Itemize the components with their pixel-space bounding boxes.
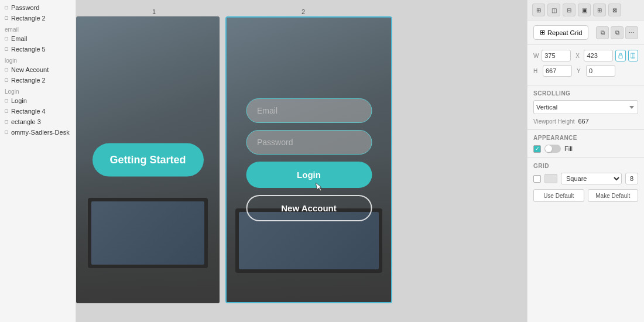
toolbar: ⊞ ◫ ⊟ ▣ ⊞ ⊠ — [527, 0, 644, 20]
grid-checkbox[interactable] — [533, 175, 541, 183]
layer-bullet — [5, 37, 8, 40]
monitor-screen — [91, 201, 204, 265]
toolbar-btn-2[interactable]: ◫ — [547, 4, 560, 16]
layer-group-login2[interactable]: Login — [0, 85, 76, 95]
screen-bg: Getting Started — [76, 16, 220, 303]
y-input[interactable] — [586, 65, 615, 77]
make-default-button[interactable]: Make Default — [588, 189, 639, 202]
responsive-icon-btn[interactable] — [628, 50, 638, 61]
y-label: Y — [577, 68, 584, 74]
layer-bullet — [5, 16, 8, 20]
layer-group-email[interactable]: email — [0, 23, 76, 33]
viewport-row: Viewport Height 667 — [533, 118, 638, 125]
layer-password[interactable]: Password — [0, 2, 76, 13]
viewport-height-label: Viewport Height — [533, 118, 574, 125]
toolbar-btn-3[interactable]: ⊟ — [563, 4, 576, 16]
toolbar-btn-4[interactable]: ▣ — [578, 4, 591, 16]
email-input[interactable] — [246, 98, 372, 123]
appearance-section: APPEARANCE Fill — [527, 130, 644, 158]
viewport-height-value: 667 — [578, 118, 588, 125]
canvas: 1 2 Getting Started — [76, 0, 527, 322]
layer-rectangle2b[interactable]: Rectangle 2 — [0, 75, 76, 85]
login-screen-bg: Login New Account — [227, 18, 391, 302]
layers-panel: Password Rectangle 2 email Email Rectang… — [0, 0, 76, 322]
grid-buttons: Use Default Make Default — [533, 189, 638, 202]
screen-getting-started[interactable]: Getting Started — [76, 16, 220, 303]
height-input[interactable] — [543, 65, 572, 77]
scrolling-section: SCROLLING Vertical Viewport Height 667 — [527, 85, 644, 130]
toolbar-btn-5[interactable]: ⊞ — [593, 4, 606, 16]
height-row: H Y — [533, 65, 638, 77]
layer-background[interactable]: ommy-Sadlers-Desk — [0, 127, 76, 138]
login-button[interactable]: Login — [246, 162, 372, 188]
screen-login[interactable]: Login New Account — [225, 16, 392, 303]
layer-rectangle3[interactable]: ectangle 3 — [0, 117, 76, 127]
getting-started-button[interactable]: Getting Started — [92, 143, 203, 177]
dimensions-section: W X H Y — [527, 45, 644, 85]
layer-bullet — [5, 131, 8, 134]
width-row: W X — [533, 50, 638, 61]
login-form: Login New Account — [246, 98, 372, 221]
use-default-button[interactable]: Use Default — [533, 189, 584, 202]
layer-group-login[interactable]: login — [0, 54, 76, 64]
scrolling-dropdown[interactable]: Vertical — [533, 100, 638, 114]
svg-rect-0 — [619, 55, 622, 59]
x-input[interactable] — [584, 50, 613, 61]
appearance-title: APPEARANCE — [533, 135, 638, 141]
link-icon-btn[interactable] — [615, 50, 625, 61]
grid-type-dropdown[interactable]: Square — [561, 173, 622, 184]
layer-rectangle2a[interactable]: Rectangle 2 — [0, 13, 76, 23]
layer-bullet — [5, 68, 8, 71]
toolbar-btn-6[interactable]: ⊠ — [608, 4, 621, 16]
grid-icon — [544, 174, 557, 183]
layer-bullet — [5, 6, 8, 9]
repeat-grid-button[interactable]: ⊞ Repeat Grid — [533, 25, 588, 40]
frame1-label: 1 — [152, 8, 156, 15]
paste-btn[interactable]: ⧉ — [611, 26, 624, 39]
fill-checkbox[interactable] — [533, 145, 541, 153]
desk-monitor — [88, 198, 208, 268]
grid-section: GRID Square Use Default Make Default — [527, 158, 644, 207]
layer-rectangle4[interactable]: Rectangle 4 — [0, 106, 76, 117]
fill-row: Fill — [533, 145, 638, 153]
toolbar-btn-1[interactable]: ⊞ — [532, 4, 545, 16]
layer-bullet — [5, 120, 8, 124]
layer-email[interactable]: Email — [0, 33, 76, 44]
fill-label: Fill — [564, 145, 573, 152]
grid-title: GRID — [533, 163, 638, 169]
grid-row: Square — [533, 173, 638, 184]
layer-new-account[interactable]: New Account — [0, 64, 76, 75]
layer-bullet — [5, 47, 8, 51]
height-label: H — [533, 68, 540, 74]
toggle-knob — [545, 145, 552, 152]
copy-btn[interactable]: ⧉ — [596, 26, 609, 39]
width-input[interactable] — [542, 50, 571, 61]
repeat-grid-icon: ⊞ — [540, 29, 545, 36]
layer-bullet — [5, 109, 8, 113]
repeat-grid-section: ⊞ Repeat Grid ⧉ ⧉ ⋯ — [527, 20, 644, 45]
scrolling-title: SCROLLING — [533, 90, 638, 97]
properties-panel: ⊞ ◫ ⊟ ▣ ⊞ ⊠ ⊞ Repeat Grid ⧉ ⧉ ⋯ W X — [527, 0, 644, 322]
width-label: W — [533, 53, 539, 59]
grid-number-input[interactable] — [625, 173, 638, 184]
layer-rectangle5[interactable]: Rectangle 5 — [0, 44, 76, 54]
more-btn[interactable]: ⋯ — [625, 26, 638, 39]
x-label: X — [576, 53, 581, 59]
layer-bullet — [5, 78, 8, 82]
new-account-button[interactable]: New Account — [246, 195, 372, 221]
password-input[interactable] — [246, 130, 372, 155]
frame2-label: 2 — [302, 8, 305, 15]
layer-login[interactable]: Login — [0, 95, 76, 106]
fill-toggle[interactable] — [544, 145, 561, 153]
layer-bullet — [5, 99, 8, 102]
